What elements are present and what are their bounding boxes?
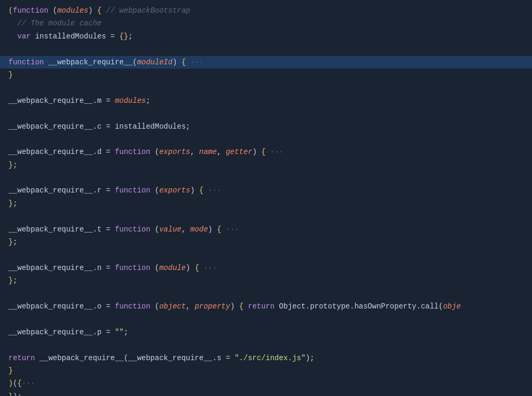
code-line: __webpack_require__.m = modules; (0, 94, 532, 107)
code-line: var installedModules = {}; (0, 30, 532, 43)
code-line (0, 287, 532, 300)
code-line (0, 133, 532, 146)
code-line (0, 339, 532, 351)
code-line (0, 81, 532, 94)
code-line: __webpack_require__.c = installedModules… (0, 120, 532, 133)
code-line: }); (0, 390, 532, 396)
code-line: __webpack_require__.o = function (object… (0, 300, 532, 313)
code-line: __webpack_require__.p = ""; (0, 326, 532, 339)
code-line: }; (0, 197, 532, 210)
code-line: __webpack_require__.r = function (export… (0, 184, 532, 197)
code-line (0, 313, 532, 325)
code-line: )({··· (0, 377, 532, 390)
code-line (0, 43, 532, 55)
code-editor: (function (modules) { // webpackBootstra… (0, 0, 532, 396)
code-line (0, 171, 532, 184)
code-line: }; (0, 159, 532, 171)
code-line: }; (0, 274, 532, 287)
code-line: (function (modules) { // webpackBootstra… (0, 4, 532, 17)
code-line: return __webpack_require__(__webpack_req… (0, 352, 532, 364)
code-line: } (0, 69, 532, 81)
code-line: } (0, 364, 532, 377)
code-line: __webpack_require__.n = function (module… (0, 262, 532, 274)
code-line: }; (0, 236, 532, 248)
code-line: __webpack_require__.d = function (export… (0, 146, 532, 158)
code-line: __webpack_require__.t = function (value,… (0, 223, 532, 236)
code-line: function __webpack_require__(moduleId) {… (0, 56, 532, 69)
code-line (0, 210, 532, 223)
code-line (0, 107, 532, 120)
code-line: // The module cache (0, 17, 532, 30)
code-line (0, 248, 532, 261)
